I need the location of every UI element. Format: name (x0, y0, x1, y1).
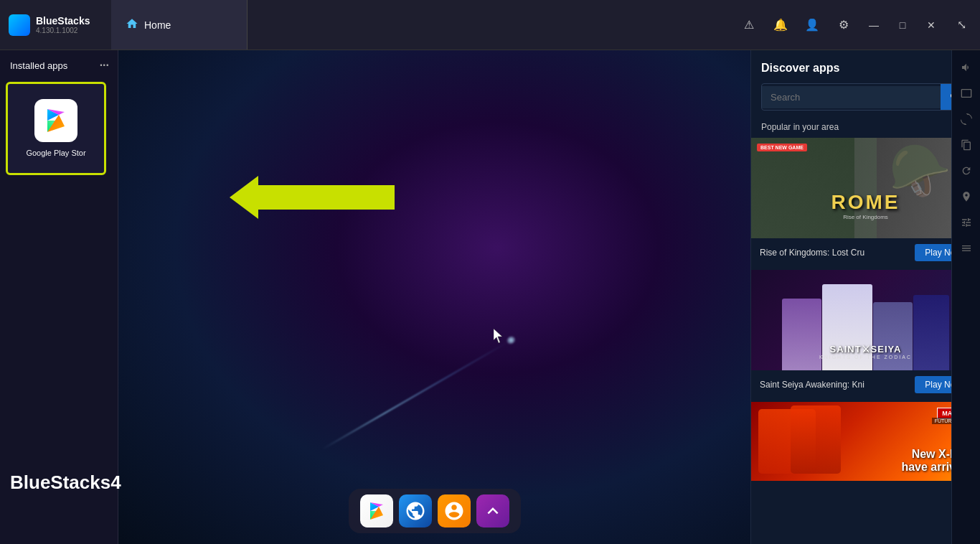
bluestacks-logo: BlueStacks 4.130.1.1002 (0, 14, 111, 36)
rome-background: 🪖 BEST NEW GAME ROME Rise of Kingdoms (751, 138, 980, 238)
bluestacks-name-version: BlueStacks 4.130.1.1002 (36, 15, 90, 34)
main-layout: Installed apps ··· (0, 50, 980, 544)
rome-card-footer: Rise of Kingdoms: Lost Cru Play Now (751, 238, 980, 267)
right-sidebar (951, 50, 980, 544)
popular-header: Popular in your area (751, 119, 980, 138)
rome-app-card: 🪖 BEST NEW GAME ROME Rise of Kingdoms Ri… (751, 138, 980, 267)
seiya-card-image: SAINT⚔SEIYA KNIGHTS OF THE ZODIAC (751, 270, 980, 370)
yellow-arrow (230, 176, 395, 219)
seiya-background: SAINT⚔SEIYA KNIGHTS OF THE ZODIAC (751, 270, 980, 370)
sidebar-menu-icon[interactable] (955, 237, 978, 260)
installed-apps-menu-icon[interactable]: ··· (100, 59, 109, 72)
settings-icon[interactable]: ⚙ (834, 15, 854, 35)
app-name: BlueStacks (36, 15, 90, 27)
taskbar-globe[interactable] (399, 494, 432, 527)
taskbar-google-play[interactable] (360, 494, 393, 527)
mouse-cursor (494, 329, 505, 347)
right-panel: Discover apps Popular in your area 🪖 BES… (750, 50, 980, 544)
google-play-store-app[interactable]: Google Play Stor (6, 82, 106, 175)
background-gradient (118, 50, 750, 544)
expand-icon[interactable]: ⤡ (951, 15, 971, 35)
bluestacks-icon (9, 14, 30, 36)
close-button[interactable]: ✕ (923, 17, 940, 34)
rome-subtitle: Rise of Kingdoms (831, 214, 900, 220)
search-bar (761, 83, 970, 111)
rome-text-overlay: ROME Rise of Kingdoms (831, 191, 900, 220)
seiya-card-footer: Saint Seiya Awakening: Kni Play Now (751, 370, 980, 399)
seiya-app-title: Saint Seiya Awakening: Kni (760, 380, 909, 390)
titlebar-actions: ⚠ 🔔 👤 ⚙ — □ ✕ ⤡ (739, 15, 980, 35)
rome-badge: BEST NEW GAME (757, 144, 807, 151)
home-icon (126, 17, 138, 32)
marvel-card-image: MARVEL FUTURE FIGHT New X-Men have arriv… (751, 402, 980, 502)
notification-icon[interactable]: 🔔 (771, 15, 791, 35)
account-icon[interactable]: 👤 (802, 15, 822, 35)
play-store-label: Google Play Stor (26, 148, 85, 158)
alert-icon[interactable]: ⚠ (739, 15, 759, 35)
left-panel: Installed apps ··· (0, 50, 118, 544)
taskbar-character[interactable] (438, 494, 471, 527)
arrow-shape (230, 176, 395, 219)
bluestacks4-logo: BlueStacks4 (10, 472, 121, 494)
seiya-subtitle: KNIGHTS OF THE ZODIAC (819, 355, 912, 360)
minimize-button[interactable]: — (865, 17, 882, 34)
taskbar (349, 489, 521, 533)
home-tab-label: Home (144, 19, 171, 31)
rome-title: ROME (831, 191, 900, 214)
search-input[interactable] (762, 86, 941, 108)
arrow-body (258, 185, 395, 210)
play-store-icon (34, 99, 77, 142)
maximize-button[interactable]: □ (894, 17, 911, 34)
taskbar-arrow-up[interactable] (476, 494, 509, 527)
seiya-title: SAINT⚔SEIYA (819, 344, 912, 355)
installed-apps-label: Installed apps (10, 60, 67, 71)
sidebar-location-icon[interactable] (955, 185, 978, 208)
sidebar-copy-icon[interactable] (955, 133, 978, 156)
seiya-logo-overlay: SAINT⚔SEIYA KNIGHTS OF THE ZODIAC (819, 344, 912, 360)
app-version: 4.130.1.1002 (36, 27, 90, 34)
bluestacks4-number: 4 (110, 472, 121, 493)
marvel-app-card: MARVEL FUTURE FIGHT New X-Men have arriv… (751, 402, 980, 502)
app-grid: Google Play Stor (0, 78, 118, 179)
home-tab[interactable]: Home (111, 0, 248, 50)
sidebar-volume-icon[interactable] (955, 56, 978, 79)
main-content (118, 50, 750, 544)
sidebar-rotate-icon[interactable] (955, 108, 978, 131)
discover-apps-header: Discover apps (751, 50, 980, 80)
seiya-app-card: SAINT⚔SEIYA KNIGHTS OF THE ZODIAC Saint … (751, 270, 980, 399)
bluestacks4-label: BlueStacks (10, 472, 110, 493)
rome-card-image: 🪖 BEST NEW GAME ROME Rise of Kingdoms (751, 138, 980, 238)
sidebar-refresh-icon[interactable] (955, 159, 978, 182)
rome-app-title: Rise of Kingdoms: Lost Cru (760, 248, 909, 258)
marvel-background: MARVEL FUTURE FIGHT New X-Men have arriv… (751, 402, 980, 481)
installed-apps-header: Installed apps ··· (0, 50, 118, 78)
sidebar-screen-icon[interactable] (955, 82, 978, 105)
sidebar-controls-icon[interactable] (955, 211, 978, 234)
title-bar: BlueStacks 4.130.1.1002 Home ⚠ 🔔 👤 ⚙ — □… (0, 0, 980, 50)
arrow-head (230, 176, 258, 219)
